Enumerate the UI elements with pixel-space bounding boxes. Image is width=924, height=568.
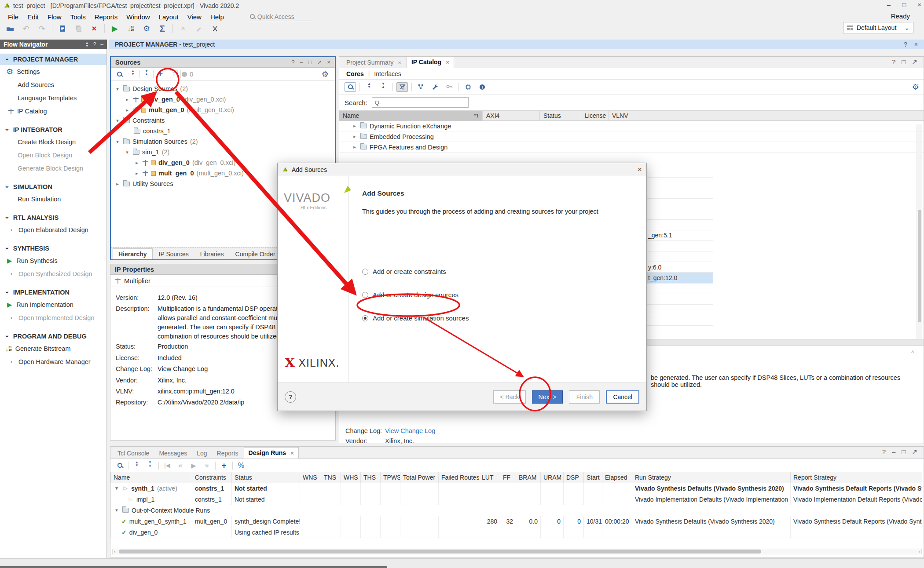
fn-section-ip-integrator[interactable]: IP INTEGRATOR bbox=[0, 124, 106, 135]
radio-icon[interactable] bbox=[362, 269, 368, 275]
float-panel-icon[interactable]: ↗ bbox=[912, 58, 917, 66]
view-change-log-link[interactable]: View Change Log bbox=[158, 364, 208, 375]
collapse-all-icon[interactable]: ▲▼ bbox=[127, 69, 139, 79]
minimize-panel-icon[interactable]: – bbox=[100, 41, 103, 47]
close-icon[interactable]: × bbox=[290, 450, 294, 456]
float-panel-icon[interactable]: ↗ bbox=[317, 59, 322, 66]
add-sources-icon[interactable]: + bbox=[154, 69, 166, 79]
layout-selector[interactable]: Default Layout ⌄ bbox=[843, 22, 913, 33]
help-icon[interactable]: ? bbox=[291, 59, 294, 66]
col-report-strategy[interactable]: Report Strategy bbox=[791, 472, 922, 483]
settings-icon[interactable] bbox=[141, 23, 152, 34]
dialog-help-button[interactable]: ? bbox=[285, 391, 296, 403]
chip-icon[interactable] bbox=[462, 82, 474, 92]
filter-icon[interactable] bbox=[396, 82, 408, 92]
cancel-button[interactable]: Cancel bbox=[606, 390, 639, 404]
tab-log[interactable]: Log bbox=[192, 448, 211, 459]
next-button[interactable]: Next > bbox=[532, 390, 563, 404]
col-whs[interactable]: WHS bbox=[341, 472, 361, 483]
fn-section-rtl-analysis[interactable]: RTL ANALYSIS bbox=[0, 212, 106, 223]
col-bram[interactable]: BRAM bbox=[516, 472, 541, 483]
menu-tools[interactable]: Tools bbox=[66, 12, 90, 22]
menu-window[interactable]: Window bbox=[122, 12, 154, 22]
catalog-row[interactable]: ▸Dynamic Function eXchange bbox=[339, 121, 924, 131]
col-name[interactable]: Name bbox=[111, 472, 192, 483]
cancel-run-icon[interactable] bbox=[209, 23, 220, 34]
tab-ip-catalog[interactable]: IP Catalog× bbox=[407, 56, 454, 68]
help-icon[interactable]: ? bbox=[892, 58, 895, 66]
expand-all-icon[interactable]: ? bbox=[93, 41, 96, 47]
fn-item-run-simulation[interactable]: Run Simulation bbox=[0, 193, 106, 206]
radio-icon[interactable] bbox=[362, 292, 368, 298]
fn-item-open-hardware-manager[interactable]: ›Open Hardware Manager bbox=[0, 355, 106, 368]
fn-item-open-elaborated-design[interactable]: ›Open Elaborated Design bbox=[0, 223, 106, 237]
col-tpws[interactable]: TPWS bbox=[381, 472, 400, 483]
maximize-panel-icon[interactable]: □ bbox=[902, 448, 906, 456]
fn-item-run-implementation[interactable]: Run Implementation bbox=[0, 298, 106, 311]
tree-row[interactable]: ▸div_gen_0(div_gen_0.xci) bbox=[111, 94, 335, 105]
menu-view[interactable]: View bbox=[183, 12, 206, 22]
fn-section-implementation[interactable]: IMPLEMENTATION bbox=[0, 287, 106, 298]
col-ff[interactable]: FF bbox=[500, 472, 516, 483]
tab-reports[interactable]: Reports bbox=[213, 448, 243, 459]
tree-row[interactable]: ▸mult_gen_0(mult_gen_0.xci) bbox=[111, 105, 335, 115]
col-uram[interactable]: URAM bbox=[541, 472, 564, 483]
maximize-panel-icon[interactable]: □ bbox=[308, 59, 312, 66]
help-icon[interactable]: ? bbox=[882, 448, 886, 456]
tab-libraries[interactable]: Libraries bbox=[195, 249, 229, 259]
menu-flow[interactable]: Flow bbox=[43, 12, 66, 22]
sigma-icon[interactable]: Σ bbox=[157, 23, 168, 34]
tree-row[interactable]: constrs_1 bbox=[111, 126, 335, 136]
float-panel-icon[interactable]: ↗ bbox=[912, 448, 917, 456]
tab-project-summary[interactable]: Project Summary× bbox=[342, 57, 406, 68]
col-start[interactable]: Start bbox=[584, 472, 602, 483]
fn-item-generate-bitstream[interactable]: ↓0110Generate Bitstream bbox=[0, 342, 106, 355]
menu-reports[interactable]: Reports bbox=[90, 12, 122, 22]
close-panel-icon[interactable]: × bbox=[327, 59, 330, 66]
col-dsp[interactable]: DSP bbox=[564, 472, 584, 483]
view-change-log-link[interactable]: View Change Log bbox=[385, 426, 435, 436]
catalog-scrollbar[interactable] bbox=[917, 124, 922, 339]
radio-add-constraints[interactable]: Add or create constraints bbox=[362, 268, 446, 275]
menu-file[interactable]: File bbox=[4, 12, 23, 22]
help-icon[interactable]: ? bbox=[904, 41, 907, 48]
gear-icon[interactable] bbox=[912, 82, 919, 92]
info-icon[interactable]: i bbox=[477, 82, 488, 92]
close-icon[interactable]: × bbox=[446, 59, 449, 66]
column-status[interactable]: Status bbox=[540, 111, 581, 120]
catalog-row[interactable]: ▸Embedded Processing bbox=[339, 131, 924, 142]
search-icon[interactable] bbox=[345, 82, 356, 92]
wrench-icon[interactable] bbox=[429, 82, 441, 92]
col-status[interactable]: Status bbox=[232, 472, 300, 483]
tab-messages[interactable]: Messages bbox=[154, 448, 191, 459]
fn-item-open-block-design[interactable]: Open Block Design bbox=[0, 149, 106, 162]
copy-icon[interactable] bbox=[73, 23, 84, 34]
tab-ip-sources[interactable]: IP Sources bbox=[154, 249, 194, 259]
search-icon[interactable] bbox=[114, 461, 125, 470]
column-license[interactable]: License bbox=[581, 111, 609, 120]
fn-item-ip-catalog[interactable]: IP Catalog bbox=[0, 105, 106, 118]
back-button[interactable]: < Back bbox=[493, 390, 525, 404]
collapse-all-icon[interactable]: ▲▼ bbox=[85, 41, 89, 47]
run-row-synth1[interactable]: ▾▷synth_1(active) constrs_1 Not started … bbox=[111, 483, 922, 494]
collapse-all-icon[interactable]: ▲▼ bbox=[131, 461, 143, 470]
gear-icon[interactable] bbox=[322, 69, 329, 79]
radio-selected-icon[interactable] bbox=[362, 315, 368, 321]
tab-design-runs[interactable]: Design Runs× bbox=[244, 447, 299, 459]
run-row-div-gen[interactable]: div_gen_0 Using cached IP results bbox=[111, 527, 922, 538]
collapse-all-icon[interactable]: ▲▼ bbox=[363, 82, 375, 92]
col-failed-routes[interactable]: Failed Routes bbox=[439, 472, 479, 483]
col-ths[interactable]: THS bbox=[361, 472, 381, 483]
expand-all-icon[interactable]: ▼▲ bbox=[141, 69, 152, 79]
close-icon[interactable]: × bbox=[914, 41, 918, 48]
fn-section-project-manager[interactable]: PROJECT MANAGER bbox=[0, 54, 106, 65]
search-icon[interactable] bbox=[114, 69, 125, 79]
scroll-up-icon[interactable]: ^ bbox=[911, 350, 914, 356]
tree-row[interactable]: ▾Simulation Sources(2) bbox=[111, 136, 335, 147]
fn-item-add-sources[interactable]: Add Sources bbox=[0, 78, 106, 91]
status-link[interactable]: Production bbox=[158, 341, 188, 352]
horizontal-scrollbar[interactable]: ‹ › bbox=[112, 549, 922, 554]
open-project-icon[interactable] bbox=[4, 23, 16, 34]
maximize-panel-icon[interactable]: □ bbox=[902, 58, 906, 66]
tab-hierarchy[interactable]: Hierarchy bbox=[113, 248, 153, 259]
